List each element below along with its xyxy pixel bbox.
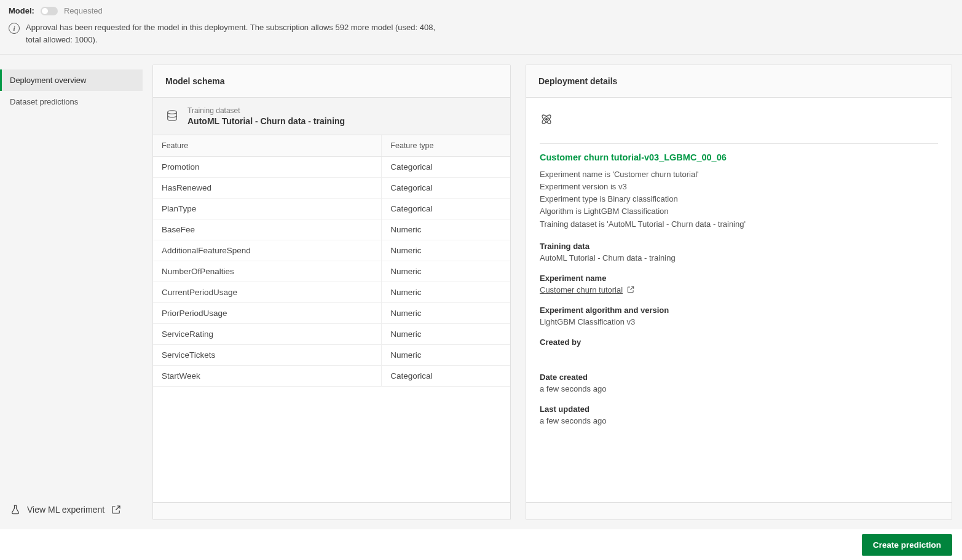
model-toggle[interactable] <box>41 7 58 15</box>
meta-line: Algorithm is LightGBM Classification <box>540 205 938 218</box>
feature-cell: CurrentPeriodUsage <box>153 282 382 303</box>
sidebar-item-deployment-overview[interactable]: Deployment overview <box>0 69 143 91</box>
bottombar: Create prediction <box>0 529 962 560</box>
table-row: PromotionCategorical <box>153 157 510 178</box>
feature-type-cell: Numeric <box>382 345 510 366</box>
model-meta-lines: Experiment name is 'Customer churn tutor… <box>540 168 938 231</box>
section-last-updated: Last updated a few seconds ago <box>540 404 938 425</box>
training-data-value: AutoML Tutorial - Churn data - training <box>540 253 938 262</box>
experiment-name-label: Experiment name <box>540 274 938 283</box>
table-row: NumberOfPenaltiesNumeric <box>153 261 510 282</box>
table-row: HasRenewedCategorical <box>153 178 510 199</box>
experiment-name-link[interactable]: Customer churn tutorial <box>540 285 635 294</box>
sidebar-items: Deployment overview Dataset predictions <box>0 69 143 494</box>
table-row: CurrentPeriodUsageNumeric <box>153 282 510 303</box>
feature-cell: StartWeek <box>153 366 382 387</box>
created-by-value <box>540 349 589 361</box>
algorithm-value: LightGBM Classification v3 <box>540 317 938 326</box>
main-layout: Deployment overview Dataset predictions … <box>0 55 962 530</box>
svg-point-1 <box>546 119 548 120</box>
feature-cell: ServiceTickets <box>153 345 382 366</box>
feature-cell: NumberOfPenalties <box>153 261 382 282</box>
details-panel-footer <box>526 502 952 519</box>
training-data-label: Training data <box>540 242 938 251</box>
algorithm-label: Experiment algorithm and version <box>540 306 938 315</box>
external-link-icon <box>111 504 122 515</box>
sidebar-item-label: Dataset predictions <box>10 97 78 106</box>
experiment-name-value: Customer churn tutorial <box>540 285 623 294</box>
feature-type-cell: Numeric <box>382 219 510 240</box>
training-dataset-name: AutoML Tutorial - Churn data - training <box>187 116 345 126</box>
schema-panel-footer <box>153 502 510 519</box>
table-row: PriorPeriodUsageNumeric <box>153 303 510 324</box>
external-link-icon <box>626 285 635 294</box>
schema-table-header: Feature Feature type <box>153 135 510 157</box>
deployed-model-name: Customer churn tutorial-v03_LGBMC_00_06 <box>540 152 938 162</box>
sidebar-item-label: Deployment overview <box>10 76 86 85</box>
content: Model schema Training dataset AutoML Tut… <box>143 55 962 530</box>
meta-line: Experiment version is v3 <box>540 181 938 193</box>
training-dataset-label: Training dataset <box>187 106 345 115</box>
feature-cell: PriorPeriodUsage <box>153 303 382 324</box>
topbar-model-row: Model: Requested <box>9 6 953 15</box>
model-schema-title: Model schema <box>153 65 510 98</box>
table-row: AdditionalFeatureSpendNumeric <box>153 240 510 261</box>
approval-message: Approval has been requested for the mode… <box>26 22 439 45</box>
feature-type-cell: Numeric <box>382 303 510 324</box>
section-algorithm: Experiment algorithm and version LightGB… <box>540 306 938 326</box>
meta-line: Experiment name is 'Customer churn tutor… <box>540 168 938 181</box>
feature-type-cell: Categorical <box>382 157 510 178</box>
info-icon: i <box>9 23 20 34</box>
feature-type-cell: Categorical <box>382 199 510 219</box>
section-training-data: Training data AutoML Tutorial - Churn da… <box>540 242 938 262</box>
feature-cell: Promotion <box>153 157 382 178</box>
model-status: Requested <box>64 6 103 15</box>
schema-head-text: Training dataset AutoML Tutorial - Churn… <box>187 106 345 126</box>
col-feature: Feature <box>153 135 382 157</box>
date-created-label: Date created <box>540 373 938 382</box>
model-label: Model: <box>9 6 34 15</box>
feature-type-cell: Categorical <box>382 366 510 387</box>
flask-icon <box>10 504 21 515</box>
feature-cell: PlanType <box>153 199 382 219</box>
feature-type-cell: Numeric <box>382 240 510 261</box>
schema-table: Feature Feature type PromotionCategorica… <box>153 135 510 387</box>
topbar: Model: Requested i Approval has been req… <box>0 0 962 55</box>
approval-row: i Approval has been requested for the mo… <box>9 22 439 45</box>
section-date-created: Date created a few seconds ago <box>540 373 938 393</box>
table-row: ServiceRatingNumeric <box>153 324 510 345</box>
table-row: ServiceTicketsNumeric <box>153 345 510 366</box>
sidebar-item-dataset-predictions[interactable]: Dataset predictions <box>0 91 143 112</box>
model-schema-panel: Model schema Training dataset AutoML Tut… <box>152 65 511 520</box>
atom-icon <box>540 112 553 126</box>
feature-cell: BaseFee <box>153 219 382 240</box>
sidebar-footer[interactable]: View ML experiment <box>0 494 143 530</box>
feature-type-cell: Numeric <box>382 261 510 282</box>
last-updated-label: Last updated <box>540 404 938 414</box>
schema-dataset-header: Training dataset AutoML Tutorial - Churn… <box>153 98 510 135</box>
section-experiment-name: Experiment name Customer churn tutorial <box>540 274 938 294</box>
table-row: StartWeekCategorical <box>153 366 510 387</box>
feature-type-cell: Numeric <box>382 282 510 303</box>
meta-line: Training dataset is 'AutoML Tutorial - C… <box>540 218 938 231</box>
feature-cell: ServiceRating <box>153 324 382 345</box>
table-row: BaseFeeNumeric <box>153 219 510 240</box>
feature-type-cell: Numeric <box>382 324 510 345</box>
feature-cell: AdditionalFeatureSpend <box>153 240 382 261</box>
sidebar: Deployment overview Dataset predictions … <box>0 55 143 530</box>
section-created-by: Created by <box>540 337 938 361</box>
col-type: Feature type <box>382 135 510 157</box>
view-experiment-label: View ML experiment <box>27 505 104 515</box>
feature-type-cell: Categorical <box>382 178 510 199</box>
feature-cell: HasRenewed <box>153 178 382 199</box>
details-body: Customer churn tutorial-v03_LGBMC_00_06 … <box>526 98 952 502</box>
divider <box>540 143 938 144</box>
create-prediction-button[interactable]: Create prediction <box>862 534 952 556</box>
deployment-details-title: Deployment details <box>526 65 952 98</box>
created-by-label: Created by <box>540 337 938 347</box>
deployment-details-panel: Deployment details Customer churn tutori… <box>526 65 952 520</box>
meta-line: Experiment type is Binary classification <box>540 193 938 205</box>
date-created-value: a few seconds ago <box>540 384 938 393</box>
svg-point-0 <box>168 111 177 114</box>
last-updated-value: a few seconds ago <box>540 416 938 425</box>
